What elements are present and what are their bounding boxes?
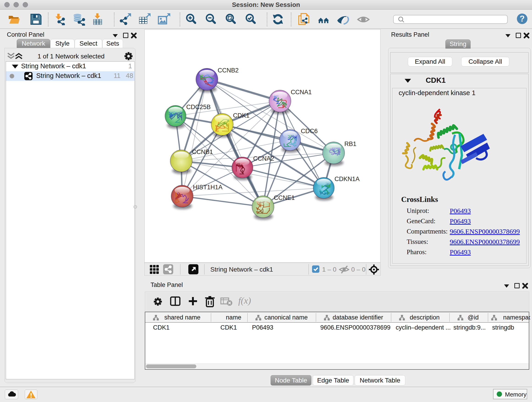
svg-text:CDC25B: CDC25B	[186, 104, 211, 110]
svg-text:CDKN1A: CDKN1A	[335, 176, 360, 182]
svg-text:RB1: RB1	[344, 140, 356, 147]
svg-text:CCNA2: CCNA2	[253, 155, 274, 162]
svg-text:CDC6: CDC6	[301, 128, 318, 134]
svg-text:CCNB2: CCNB2	[218, 67, 239, 74]
svg-text:CCNE1: CCNE1	[274, 194, 295, 201]
svg-text:CCNA1: CCNA1	[291, 89, 312, 96]
svg-text:CCNB1: CCNB1	[192, 148, 213, 155]
svg-text:HIST1H1A: HIST1H1A	[193, 184, 222, 191]
svg-text:CDK1: CDK1	[233, 112, 249, 119]
